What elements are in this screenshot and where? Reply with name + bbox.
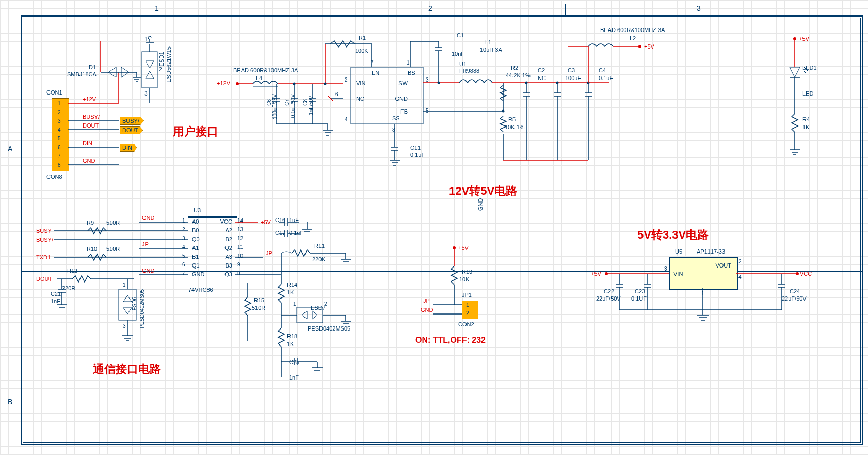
svg-text:B0: B0 bbox=[192, 227, 199, 233]
svg-text:7: 7 bbox=[371, 60, 374, 66]
row-a: A bbox=[8, 145, 12, 153]
c7-ref: C7 bbox=[284, 99, 290, 106]
svg-text:+5V: +5V bbox=[458, 245, 469, 251]
svg-text:BUSY/: BUSY/ bbox=[36, 237, 54, 243]
r4-ref: R4 bbox=[802, 116, 810, 122]
led-svg: +5V bbox=[774, 31, 836, 176]
svg-text:EN: EN bbox=[372, 70, 379, 76]
d1-val: SMBJ18CA bbox=[67, 71, 97, 77]
svg-text:B2: B2 bbox=[226, 236, 232, 242]
r2-val: 44.2K 1% bbox=[506, 72, 531, 79]
svg-point-255 bbox=[796, 272, 799, 275]
svg-text:7: 7 bbox=[58, 153, 61, 159]
svg-text:5: 5 bbox=[182, 253, 185, 259]
svg-text:+5V: +5V bbox=[799, 36, 810, 42]
svg-text:B3: B3 bbox=[226, 262, 232, 269]
svg-text:JP: JP bbox=[423, 297, 430, 304]
svg-text:BUSY/: BUSY/ bbox=[83, 114, 100, 120]
u5-val: AP1117-33 bbox=[697, 248, 725, 255]
title-comm: 通信接口电路 bbox=[93, 362, 161, 377]
l4-ref: L4 bbox=[256, 75, 262, 81]
r13-ref: R13 bbox=[462, 269, 472, 275]
svg-text:4: 4 bbox=[58, 127, 61, 133]
svg-text:13: 13 bbox=[237, 227, 244, 232]
c17-val: 0.1uF bbox=[289, 230, 303, 236]
svg-rect-25 bbox=[142, 52, 157, 88]
svg-text:A0: A0 bbox=[192, 218, 199, 225]
svg-text:GND: GND bbox=[395, 96, 408, 102]
svg-text:DOUT: DOUT bbox=[83, 122, 99, 129]
svg-text:GND: GND bbox=[192, 271, 205, 277]
l2-val: BEAD 600R&100MHZ 3A bbox=[600, 27, 665, 33]
r2-ref: R2 bbox=[511, 65, 518, 71]
c25-val: 1nF bbox=[289, 374, 299, 381]
esd1-ref: ESD1 bbox=[158, 52, 165, 67]
svg-text:TXD1: TXD1 bbox=[36, 254, 51, 260]
svg-text:GND: GND bbox=[477, 198, 484, 211]
jp-svg: +5V JP GND bbox=[433, 243, 511, 346]
svg-point-113 bbox=[525, 82, 528, 84]
led1-ref: LED1 bbox=[802, 65, 817, 71]
c21-ref: C21 bbox=[51, 291, 61, 297]
ldo-svg: +5V VIN VOUT GND 3 2 4 1 VCC bbox=[591, 248, 813, 351]
svg-text:4: 4 bbox=[182, 244, 185, 250]
svg-text:FB: FB bbox=[400, 108, 408, 115]
r14-val: 1K bbox=[287, 289, 294, 295]
svg-text:DOUT: DOUT bbox=[36, 276, 52, 282]
svg-text:6: 6 bbox=[182, 262, 185, 268]
svg-text:Q3: Q3 bbox=[224, 271, 232, 277]
r11-val: 220K bbox=[312, 256, 326, 262]
r1-val: 100K bbox=[355, 48, 368, 54]
svg-text:+12V: +12V bbox=[217, 80, 231, 86]
d1-ref: D1 bbox=[89, 64, 96, 70]
svg-text:VCC: VCC bbox=[800, 271, 812, 277]
title-user-if: 用户接口 bbox=[173, 124, 218, 139]
svg-text:1: 1 bbox=[123, 282, 126, 288]
svg-text:1: 1 bbox=[293, 301, 296, 307]
c21-val: 1nF bbox=[51, 298, 60, 304]
svg-text:7: 7 bbox=[182, 271, 185, 276]
u3-val: 74VHC86 bbox=[188, 287, 213, 293]
svg-text:1: 1 bbox=[182, 218, 185, 224]
c24-val: 22uF/50V bbox=[782, 295, 807, 302]
svg-text:11: 11 bbox=[237, 244, 244, 250]
svg-text:4: 4 bbox=[738, 274, 742, 280]
c4-val: 0.1uF bbox=[599, 75, 613, 81]
svg-text:5: 5 bbox=[58, 136, 61, 142]
svg-text:B1: B1 bbox=[192, 254, 199, 260]
svg-text:1: 1 bbox=[407, 60, 410, 66]
svg-text:BUSY: BUSY bbox=[36, 228, 52, 234]
svg-text:8: 8 bbox=[58, 162, 61, 168]
con1-val: CON8 bbox=[46, 174, 62, 180]
svg-text:VCC: VCC bbox=[220, 218, 232, 225]
svg-text:JP: JP bbox=[266, 250, 272, 256]
net-din: DIN bbox=[120, 144, 137, 152]
svg-text:VIN: VIN bbox=[356, 80, 365, 86]
r15-val: 510R bbox=[252, 305, 265, 311]
c16-ref: C16 bbox=[275, 217, 285, 223]
c8-val: 1nF/50V bbox=[308, 96, 314, 115]
svg-text:3: 3 bbox=[58, 118, 61, 124]
svg-point-119 bbox=[638, 45, 641, 48]
svg-text:GND: GND bbox=[83, 158, 95, 164]
con1-ref: CON1 bbox=[46, 89, 62, 96]
led1-val: LED bbox=[802, 90, 813, 97]
svg-text:12: 12 bbox=[237, 236, 244, 241]
r15-ref: R15 bbox=[254, 297, 264, 303]
esd7-ref: ESD7 bbox=[311, 305, 326, 311]
svg-point-87 bbox=[438, 82, 440, 84]
c4-ref: C4 bbox=[599, 67, 606, 73]
jp1-body bbox=[462, 301, 478, 319]
r11-ref: R11 bbox=[314, 243, 325, 249]
c24-ref: C24 bbox=[790, 288, 800, 294]
c6-ref: C6 bbox=[266, 99, 272, 106]
esd6-ref: ESD6 bbox=[132, 297, 137, 310]
svg-point-33 bbox=[148, 36, 151, 39]
l1-ref: L1 bbox=[485, 39, 491, 45]
jp1-ref: JP1 bbox=[462, 292, 472, 298]
svg-text:GND: GND bbox=[142, 215, 155, 221]
c22-ref: C22 bbox=[604, 288, 614, 294]
r14-ref: R14 bbox=[287, 281, 297, 288]
svg-text:GND: GND bbox=[142, 268, 155, 274]
esd6-val: PESD0402MS05 bbox=[139, 289, 145, 328]
